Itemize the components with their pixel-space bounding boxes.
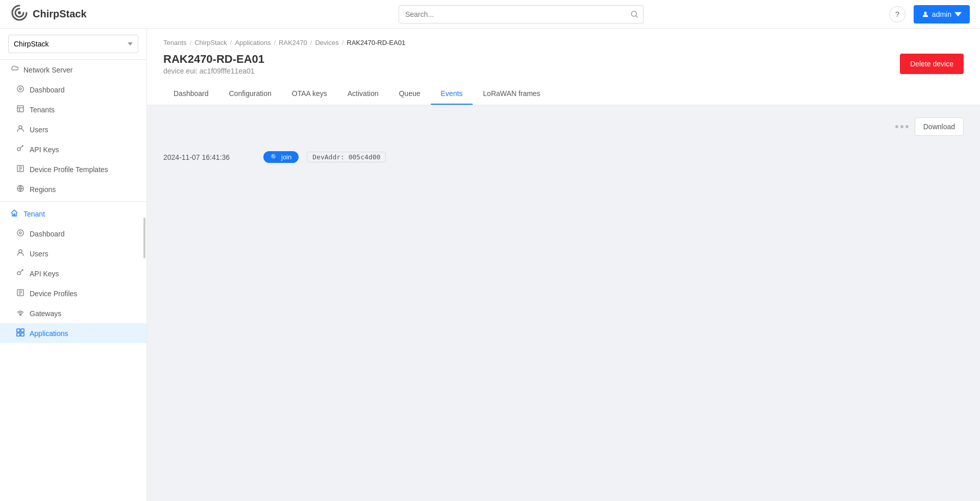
sidebar-item-t-device-profiles[interactable]: Device Profiles — [0, 283, 146, 303]
sidebar-section-tenant: Tenant — [0, 204, 146, 224]
device-eui: device eui: ac1f09fffe11ea01 — [163, 67, 264, 75]
svg-point-2 — [924, 11, 926, 14]
sidebar-item-ns-tenants[interactable]: Tenants — [0, 100, 146, 120]
sidebar-item-ns-users[interactable]: Users — [0, 120, 146, 139]
event-badge-join[interactable]: 🔍 join — [263, 151, 299, 163]
svg-point-15 — [20, 314, 21, 316]
download-button[interactable]: Download — [915, 117, 964, 136]
breadcrumb-sep-1: / — [230, 39, 232, 46]
tenant-api-key-icon — [16, 269, 24, 278]
regions-icon — [16, 184, 24, 194]
sidebar-item-t-api-keys[interactable]: API Keys — [0, 264, 146, 283]
breadcrumb-devices[interactable]: Devices — [315, 39, 338, 46]
spinner-dot-1 — [895, 125, 898, 128]
svg-point-13 — [17, 272, 20, 275]
tenant-users-icon — [16, 249, 24, 258]
breadcrumb-current: RAK2470-RD-EA01 — [347, 39, 405, 46]
search-zoom-icon: 🔍 — [271, 154, 278, 161]
header-right: ? admin — [889, 5, 970, 23]
top-header: ChirpStack ? admin — [0, 0, 980, 29]
main-layout: ChirpStack Network Server Dashboard — [0, 29, 980, 501]
search-input[interactable] — [399, 5, 644, 23]
logo-area: ChirpStack — [10, 4, 153, 25]
tenant-select[interactable]: ChirpStack — [8, 35, 138, 53]
svg-point-6 — [19, 126, 22, 129]
svg-point-12 — [19, 250, 22, 253]
page-header: Tenants / ChirpStack / Applications / RA… — [147, 29, 980, 105]
tabs-row: Dashboard Configuration OTAA keys Activa… — [163, 83, 964, 105]
breadcrumb-chirpstack[interactable]: ChirpStack — [194, 39, 227, 46]
tab-otaa-keys[interactable]: OTAA keys — [282, 83, 337, 105]
tab-queue[interactable]: Queue — [388, 83, 430, 105]
header-search-area — [153, 5, 889, 23]
tab-events[interactable]: Events — [431, 83, 473, 105]
tenant-selector-wrapper: ChirpStack — [0, 29, 146, 60]
sidebar-item-ns-device-profile-templates[interactable]: Device Profile Templates — [0, 159, 146, 179]
spinner-dot-2 — [900, 125, 903, 128]
tenant-device-profiles-icon — [16, 289, 24, 298]
sidebar-item-t-gateways[interactable]: Gateways — [0, 303, 146, 323]
breadcrumb-sep-4: / — [342, 39, 344, 46]
delete-device-button[interactable]: Delete device — [900, 54, 964, 74]
sidebar-item-ns-dashboard[interactable]: Dashboard — [0, 80, 146, 100]
content-area: Download 2024-11-07 16:41:36 🔍 join DevA… — [147, 105, 980, 183]
breadcrumb-sep-2: / — [274, 39, 276, 46]
event-row: 2024-11-07 16:41:36 🔍 join DevAddr: 005c… — [163, 144, 964, 171]
tenants-icon — [16, 105, 24, 114]
breadcrumb-rak2470[interactable]: RAK2470 — [279, 39, 307, 46]
breadcrumb: Tenants / ChirpStack / Applications / RA… — [163, 39, 964, 46]
users-icon — [16, 125, 24, 134]
event-meta: DevAddr: 005c4d00 — [307, 152, 386, 162]
event-devaddr-tag: DevAddr: 005c4d00 — [307, 152, 386, 162]
gateways-icon — [16, 308, 24, 318]
user-icon — [922, 11, 929, 18]
main-content: Tenants / ChirpStack / Applications / RA… — [147, 29, 980, 501]
logo-text: ChirpStack — [33, 8, 87, 20]
sidebar: ChirpStack Network Server Dashboard — [0, 29, 147, 501]
device-title-row: RAK2470-RD-EA01 device eui: ac1f09fffe11… — [163, 53, 964, 75]
chirpstack-logo-icon — [10, 4, 29, 25]
breadcrumb-applications[interactable]: Applications — [235, 39, 271, 46]
sidebar-item-ns-regions[interactable]: Regions — [0, 179, 146, 199]
svg-rect-16 — [17, 329, 20, 332]
svg-point-7 — [17, 148, 20, 151]
tab-configuration[interactable]: Configuration — [219, 83, 282, 105]
tab-dashboard[interactable]: Dashboard — [163, 83, 219, 105]
svg-rect-5 — [17, 106, 23, 112]
device-title-left: RAK2470-RD-EA01 device eui: ac1f09fffe11… — [163, 53, 264, 75]
svg-point-3 — [17, 86, 23, 92]
spinner-dot-3 — [905, 125, 909, 128]
search-button[interactable] — [625, 5, 644, 23]
chevron-down-icon — [954, 11, 962, 18]
tab-activation[interactable]: Activation — [337, 83, 389, 105]
svg-point-0 — [18, 11, 21, 14]
svg-point-10 — [17, 230, 23, 236]
breadcrumb-tenants[interactable]: Tenants — [163, 39, 187, 46]
admin-menu-button[interactable]: admin — [914, 5, 970, 23]
device-profile-templates-icon — [16, 164, 24, 174]
svg-rect-18 — [17, 333, 20, 336]
loading-spinner — [895, 125, 909, 128]
applications-icon — [16, 328, 24, 338]
svg-point-11 — [19, 232, 21, 234]
sidebar-item-t-users[interactable]: Users — [0, 244, 146, 264]
dashboard-icon — [16, 85, 24, 94]
api-key-icon — [16, 145, 24, 154]
events-toolbar: Download — [163, 117, 964, 136]
sidebar-item-t-applications[interactable]: Applications — [0, 323, 146, 343]
svg-rect-17 — [21, 329, 24, 332]
sidebar-divider-1 — [0, 201, 146, 202]
help-button[interactable]: ? — [889, 6, 905, 22]
search-wrapper — [399, 5, 644, 23]
sidebar-scrollbar — [143, 218, 145, 258]
sidebar-item-t-dashboard[interactable]: Dashboard — [0, 224, 146, 244]
device-title-info: RAK2470-RD-EA01 device eui: ac1f09fffe11… — [163, 53, 264, 75]
sidebar-section-network-server: Network Server — [0, 60, 146, 80]
cloud-icon — [10, 65, 18, 75]
device-name: RAK2470-RD-EA01 — [163, 53, 264, 66]
breadcrumb-sep-3: / — [310, 39, 312, 46]
sidebar-item-ns-api-keys[interactable]: API Keys — [0, 139, 146, 159]
tab-lorawan-frames[interactable]: LoRaWAN frames — [473, 83, 550, 105]
event-timestamp: 2024-11-07 16:41:36 — [163, 153, 255, 161]
home-icon — [10, 209, 18, 219]
